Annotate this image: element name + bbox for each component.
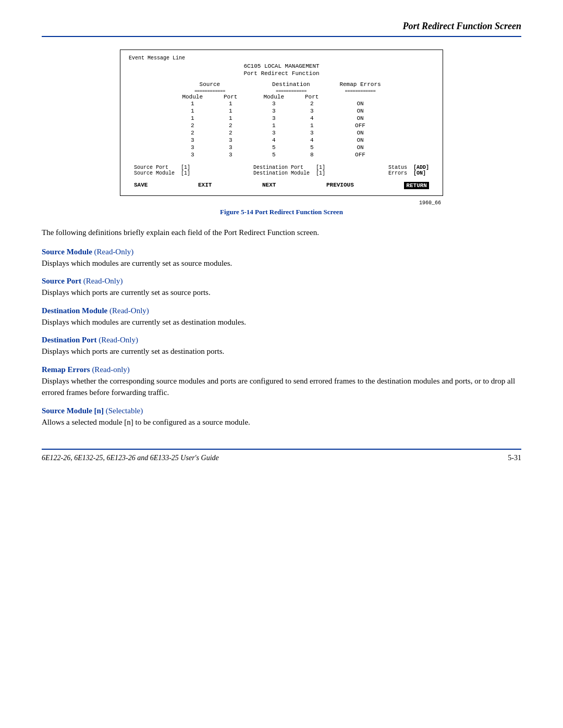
definition-body: Allows a selected module [n] to be confi… [42,416,521,428]
dst-module-cell: 3 [248,129,295,137]
src-port-header: Port [213,94,248,100]
src-port-cell: 3 [213,137,248,144]
next-button[interactable]: NEXT [262,182,276,189]
body-text: The following definitions briefly explai… [42,227,521,239]
src-port-cell: 1 [213,115,248,122]
dst-module-cell: 3 [248,107,295,115]
remap-cell: OFF [329,151,391,158]
status-value[interactable]: [ADD] [413,165,429,170]
destination-module-label: Destination Module [253,170,310,176]
definition-title: Destination Module [42,306,107,315]
dst-port-cell: 3 [295,129,329,137]
status-label: Status [388,165,407,170]
remap-cell: ON [329,137,391,144]
page-title: Port Redirect Function Screen [42,21,521,32]
dst-port-cell: 4 [295,115,329,122]
destination-port-value[interactable]: [1] [316,165,325,170]
remap-header [329,94,391,100]
definition-section: Remap Errors (Read-only)Displays whether… [42,365,521,399]
src-port-cell: 2 [213,122,248,129]
src-module-cell: 1 [172,100,213,107]
src-port-cell: 1 [213,100,248,107]
screen-mockup: Event Message Line 6C105 LOCAL MANAGEMEN… [120,50,443,196]
remap-cell: ON [329,115,391,122]
footer-fields: Source Port [1] Source Module [1] Destin… [129,165,434,176]
destination-module-field: Destination Module [1] [253,170,325,176]
definition-qualifier: (Read-Only) [107,306,149,315]
footer-left: Source Port [1] Source Module [1] [134,165,190,176]
footer-right: Status [ADD] Errors [ON] [388,165,429,176]
destination-underline: ============ [276,89,307,94]
table-row: 1 1 3 4 ON [172,115,391,122]
src-port-cell: 3 [213,151,248,158]
table-row: 3 3 5 8 OFF [172,151,391,158]
definition-body: Displays whether the corresponding sourc… [42,375,521,399]
remap-cell: ON [329,107,391,115]
definition-section: Source Module (Read-Only)Displays which … [42,247,521,269]
figure-caption: Figure 5-14 Port Redirect Function Scree… [42,208,521,216]
source-port-value[interactable]: [1] [181,165,190,170]
previous-button[interactable]: PREVIOUS [326,182,354,189]
remap-errors-underline: ============ [345,89,376,94]
func-title: Port Redirect Function [129,70,434,77]
definition-section: Destination Port (Read-Only)Displays whi… [42,335,521,357]
table-row: 1 1 3 3 ON [172,107,391,115]
definition-qualifier: (Read-Only) [96,336,138,344]
exit-button[interactable]: EXIT [198,182,212,189]
destination-port-label: Destination Port [253,165,303,170]
return-button[interactable]: RETURN [404,182,429,189]
source-label: Source [200,81,221,88]
dst-port-cell: 2 [295,100,329,107]
table-row: 3 3 5 5 ON [172,144,391,151]
definition-title: Source Module [n] [42,406,104,415]
definition-body: Displays which modules are currently set… [42,316,521,328]
dst-module-cell: 3 [248,100,295,107]
src-port-cell: 1 [213,107,248,115]
dst-port-header: Port [295,94,329,100]
definitions-container: Source Module (Read-Only)Displays which … [42,247,521,428]
dst-port-cell: 5 [295,144,329,151]
src-module-cell: 1 [172,115,213,122]
screen-footer: Source Port [1] Source Module [1] Destin… [129,165,434,189]
definition-qualifier: (Read-Only) [92,248,134,256]
src-module-header: Module [172,94,213,100]
src-port-cell: 3 [213,144,248,151]
definition-title: Source Module [42,248,92,256]
footer-middle: Destination Port [1] Destination Module … [253,165,325,176]
definition-body: Displays which ports are currently set a… [42,346,521,357]
destination-module-value[interactable]: [1] [316,170,325,176]
page-heading: Port Redirect Function Screen [42,21,521,37]
errors-value[interactable]: [ON] [413,170,426,176]
source-port-label: Source Port [134,165,168,170]
destination-port-field: Destination Port [1] [253,165,325,170]
definition-title: Destination Port [42,336,96,344]
mgmt-title: 6C105 LOCAL MANAGEMENT [129,63,434,69]
src-module-cell: 3 [172,151,213,158]
dst-port-cell: 4 [295,137,329,144]
src-module-cell: 2 [172,129,213,137]
screen-title-area: 6C105 LOCAL MANAGEMENT Port Redirect Fun… [129,63,434,77]
source-underline: ============ [194,89,225,94]
definition-title: Source Port [42,277,81,285]
definition-section: Source Module [n] (Selectable)Allows a s… [42,406,521,428]
source-module-value[interactable]: [1] [181,170,190,176]
destination-label: Destination [272,81,310,88]
status-field: Status [ADD] [388,165,429,170]
dst-module-header: Module [248,94,295,100]
dst-module-cell: 5 [248,144,295,151]
image-ref: 1960_66 [120,200,443,206]
dst-port-cell: 8 [295,151,329,158]
src-module-cell: 3 [172,137,213,144]
nav-bar: SAVE EXIT NEXT PREVIOUS RETURN [129,179,434,189]
definition-section: Destination Module (Read-Only)Displays w… [42,306,521,328]
src-module-cell: 2 [172,122,213,129]
definition-body: Displays which ports are currently set a… [42,287,521,299]
remap-errors-label: Remap Errors [339,81,381,88]
save-button[interactable]: SAVE [134,182,148,189]
remap-cell: ON [329,129,391,137]
remap-cell: ON [329,144,391,151]
dst-module-cell: 1 [248,122,295,129]
remap-cell: ON [329,100,391,107]
dst-module-cell: 3 [248,115,295,122]
src-module-cell: 3 [172,144,213,151]
